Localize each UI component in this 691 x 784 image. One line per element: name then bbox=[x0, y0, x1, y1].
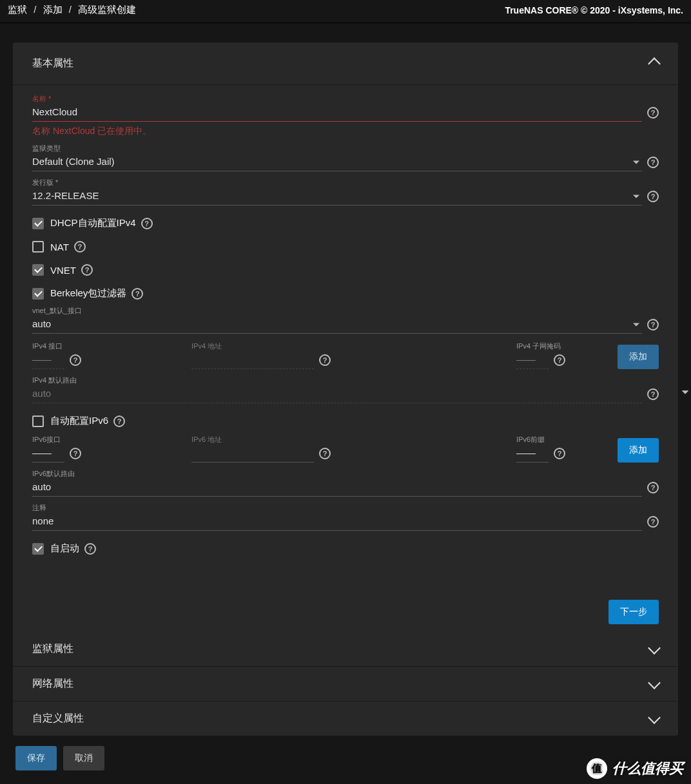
vnetif-label: vnet_默认_接口 bbox=[32, 306, 659, 316]
ip4addr-label: IPv4 地址 bbox=[191, 341, 509, 351]
ip4if-select: —— bbox=[32, 351, 64, 369]
ip6route-input[interactable] bbox=[32, 479, 642, 497]
help-icon[interactable]: ? bbox=[647, 516, 659, 528]
ipv4-add-button[interactable]: 添加 bbox=[618, 345, 659, 369]
name-input[interactable] bbox=[32, 104, 642, 122]
type-label: 监狱类型 bbox=[32, 144, 659, 153]
ip6addr-label: IPv6 地址 bbox=[191, 435, 509, 445]
notes-label: 注释 bbox=[32, 503, 659, 513]
top-bar: 监狱 / 添加 / 高级监狱创建 TrueNAS CORE® © 2020 - … bbox=[0, 0, 691, 23]
help-icon[interactable]: ? bbox=[70, 354, 81, 366]
release-label: 发行版 * bbox=[32, 178, 659, 187]
caret-down-icon bbox=[633, 195, 639, 198]
caret-down-icon bbox=[633, 323, 639, 327]
ipv6auto-label: 自动配置IPv6 bbox=[50, 415, 108, 427]
form-card: 基本属性 名称 * ? 名称 NextCloud 已在使用中。 监狱类型 Def… bbox=[13, 43, 678, 736]
ip4mask-label: IPv4 子网掩码 bbox=[516, 341, 610, 351]
watermark-badge-icon: 值 bbox=[587, 758, 607, 779]
ip6addr-input[interactable] bbox=[191, 445, 314, 463]
cancel-button[interactable]: 取消 bbox=[63, 746, 104, 770]
help-icon[interactable]: ? bbox=[647, 482, 659, 493]
ip6if-label: IPv6接口 bbox=[32, 435, 184, 445]
vnet-label: VNET bbox=[50, 265, 76, 276]
name-error: 名称 NextCloud 已在使用中。 bbox=[32, 126, 659, 137]
ipv6auto-checkbox[interactable] bbox=[32, 416, 44, 427]
nat-label: NAT bbox=[50, 242, 69, 253]
help-icon[interactable]: ? bbox=[141, 218, 153, 229]
chevron-down-icon bbox=[648, 676, 661, 689]
help-icon[interactable]: ? bbox=[319, 448, 331, 459]
berkeley-checkbox[interactable] bbox=[32, 288, 44, 300]
chevron-down-icon bbox=[648, 642, 661, 655]
ip6route-label: IPv6默认路由 bbox=[32, 469, 659, 479]
nat-checkbox[interactable] bbox=[32, 241, 44, 253]
help-icon[interactable]: ? bbox=[647, 157, 659, 168]
ip6if-select[interactable]: —— bbox=[32, 445, 64, 463]
panel-custom-title: 自定义属性 bbox=[32, 712, 84, 725]
ip4route-input bbox=[32, 385, 642, 403]
panel-custom-header[interactable]: 自定义属性 bbox=[13, 702, 678, 736]
ip6pref-select[interactable]: —— bbox=[516, 445, 549, 463]
autostart-label: 自启动 bbox=[50, 542, 79, 555]
ip6pref-label: IPv6前缀 bbox=[516, 435, 610, 445]
chevron-down-icon bbox=[648, 711, 661, 724]
panel-basic-header[interactable]: 基本属性 bbox=[13, 43, 678, 85]
type-select[interactable]: Default (Clone Jail) bbox=[32, 153, 642, 171]
ip4mask-select: —— bbox=[516, 351, 549, 369]
breadcrumb-add[interactable]: 添加 bbox=[43, 4, 63, 15]
ipv6-add-button[interactable]: 添加 bbox=[618, 438, 659, 463]
help-icon[interactable]: ? bbox=[131, 288, 143, 300]
help-icon[interactable]: ? bbox=[84, 543, 96, 555]
next-button[interactable]: 下一步 bbox=[608, 600, 659, 624]
watermark-text: 什么值得买 bbox=[612, 759, 683, 778]
help-icon[interactable]: ? bbox=[647, 107, 659, 119]
watermark: 值 什么值得买 bbox=[587, 758, 683, 779]
breadcrumb-jails[interactable]: 监狱 bbox=[8, 4, 27, 15]
help-icon[interactable]: ? bbox=[554, 354, 565, 366]
help-icon[interactable]: ? bbox=[647, 319, 659, 330]
panel-basic-title: 基本属性 bbox=[32, 57, 73, 70]
panel-jail-header[interactable]: 监狱属性 bbox=[13, 632, 678, 667]
help-icon[interactable]: ? bbox=[319, 354, 331, 366]
caret-down-icon bbox=[633, 161, 639, 164]
help-icon[interactable]: ? bbox=[647, 388, 659, 400]
autostart-checkbox[interactable] bbox=[32, 543, 44, 555]
help-icon[interactable]: ? bbox=[74, 241, 86, 253]
breadcrumb-sep: / bbox=[30, 4, 40, 15]
dhcp-label: DHCP自动配置IPv4 bbox=[50, 217, 136, 229]
help-icon[interactable]: ? bbox=[554, 448, 565, 459]
name-label: 名称 * bbox=[32, 94, 659, 104]
vnet-checkbox[interactable] bbox=[32, 264, 44, 276]
save-button[interactable]: 保存 bbox=[15, 746, 57, 770]
ip4addr-input bbox=[191, 351, 314, 369]
breadcrumb-advanced[interactable]: 高级监狱创建 bbox=[78, 4, 136, 15]
panel-jail-title: 监狱属性 bbox=[32, 642, 73, 656]
dhcp-checkbox[interactable] bbox=[32, 218, 44, 229]
vnetif-select[interactable]: auto bbox=[32, 316, 642, 334]
help-icon[interactable]: ? bbox=[81, 264, 93, 276]
berkeley-label: Berkeley包过滤器 bbox=[50, 287, 126, 300]
copyright-text: TrueNAS CORE® © 2020 - iXsystems, Inc. bbox=[505, 5, 683, 15]
ip4if-label: IPv4 接口 bbox=[32, 341, 184, 351]
help-icon[interactable]: ? bbox=[647, 191, 659, 202]
chevron-up-icon bbox=[648, 57, 661, 70]
help-icon[interactable]: ? bbox=[70, 448, 81, 459]
help-icon[interactable]: ? bbox=[113, 416, 125, 427]
notes-input[interactable] bbox=[32, 513, 642, 531]
breadcrumb-sep: / bbox=[65, 4, 75, 15]
ip4route-label: IPv4 默认路由 bbox=[32, 376, 659, 385]
breadcrumb: 监狱 / 添加 / 高级监狱创建 bbox=[8, 4, 136, 16]
panel-network-title: 网络属性 bbox=[32, 677, 73, 691]
panel-network-header[interactable]: 网络属性 bbox=[13, 667, 678, 702]
release-select[interactable]: 12.2-RELEASE bbox=[32, 187, 642, 206]
